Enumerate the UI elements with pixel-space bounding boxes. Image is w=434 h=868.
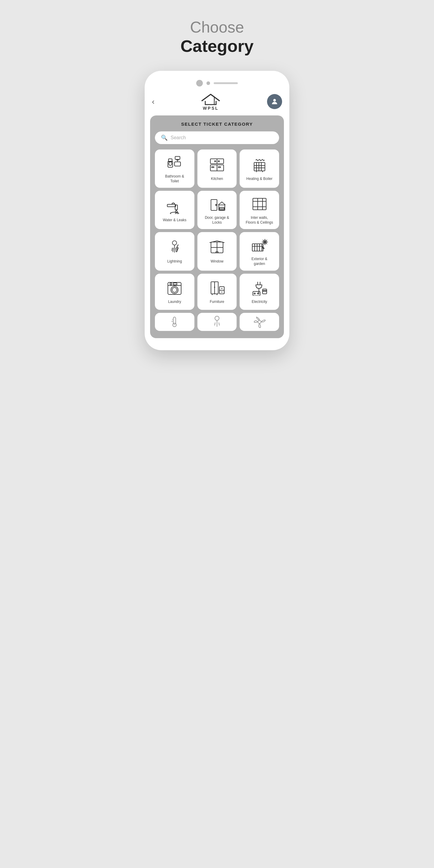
svg-rect-31 <box>211 199 217 210</box>
kitchen-icon <box>207 157 227 174</box>
section-title: SELECT TICKET CATEGORY <box>155 121 279 127</box>
category-kitchen[interactable]: Kitchen <box>197 150 237 188</box>
category-door[interactable]: Door, garage &Locks <box>197 191 237 229</box>
category-walls[interactable]: Inter walls,Floors & Ceilings <box>240 191 279 229</box>
svg-point-91 <box>265 290 266 291</box>
category-bathroom[interactable]: Bathroom &Toilet <box>155 150 194 188</box>
partial-row <box>155 313 279 331</box>
svg-line-43 <box>172 248 173 251</box>
camera-lens <box>196 80 203 87</box>
svg-point-4 <box>169 162 172 165</box>
search-bar[interactable]: 🔍 Search <box>155 131 279 144</box>
svg-rect-36 <box>253 198 266 210</box>
partial-card-2 <box>197 313 237 331</box>
furniture-icon <box>207 280 227 297</box>
category-water[interactable]: Water & Leaks <box>155 191 194 229</box>
water-icon <box>165 198 184 215</box>
svg-line-98 <box>215 322 215 326</box>
category-laundry[interactable]: Laundry <box>155 274 194 310</box>
title-category: Category <box>181 36 254 56</box>
exterior-label: Exterior &garden <box>251 257 267 266</box>
app-body: SELECT TICKET CATEGORY 🔍 Search <box>150 116 284 338</box>
svg-point-96 <box>215 316 219 320</box>
svg-point-87 <box>254 293 255 294</box>
walls-label: Inter walls,Floors & Ceilings <box>246 216 273 225</box>
door-icon <box>207 195 227 213</box>
camera-dot <box>207 82 210 85</box>
svg-point-12 <box>218 161 219 162</box>
exterior-icon <box>250 237 269 254</box>
categories-grid: Bathroom &Toilet <box>155 150 279 310</box>
title-choose: Choose <box>181 18 254 36</box>
svg-point-88 <box>258 293 259 294</box>
svg-point-41 <box>173 241 177 245</box>
svg-point-101 <box>258 320 261 323</box>
category-lightning[interactable]: Lightning <box>155 232 194 270</box>
svg-point-93 <box>173 323 176 327</box>
kitchen-label: Kitchen <box>211 177 223 181</box>
door-label: Door, garage &Locks <box>205 216 229 225</box>
svg-rect-15 <box>212 167 214 167</box>
svg-point-70 <box>170 283 172 285</box>
bathroom-icon <box>165 154 184 171</box>
heating-label: Heating & Boiler <box>246 177 273 181</box>
walls-icon <box>250 195 269 213</box>
logo-text: WPSL <box>203 106 218 111</box>
category-heating[interactable]: Heating & Boiler <box>240 150 279 188</box>
svg-point-11 <box>215 161 216 162</box>
window-label: Window <box>211 259 224 264</box>
laundry-label: Laundry <box>168 300 181 304</box>
svg-point-73 <box>172 287 177 292</box>
app-header: ‹ WPSL <box>145 89 289 116</box>
svg-line-100 <box>219 322 219 326</box>
water-label: Water & Leaks <box>163 218 186 223</box>
svg-point-1 <box>273 99 276 101</box>
svg-rect-26 <box>172 203 175 204</box>
category-exterior[interactable]: Exterior &garden <box>240 232 279 270</box>
svg-line-66 <box>266 240 267 241</box>
svg-line-64 <box>263 240 264 241</box>
partial-card-3 <box>240 313 279 331</box>
furniture-label: Furniture <box>210 300 224 304</box>
back-button[interactable]: ‹ <box>152 97 155 106</box>
electricity-label: Electricity <box>252 300 267 304</box>
svg-line-44 <box>173 248 174 252</box>
window-icon <box>207 239 227 256</box>
page-heading: Choose Category <box>181 18 254 56</box>
phone-camera-row <box>145 80 289 87</box>
electricity-icon <box>250 280 269 297</box>
heating-icon <box>250 157 269 174</box>
category-window[interactable]: Window <box>197 232 237 270</box>
logo-icon <box>198 93 223 106</box>
bathroom-label: Bathroom &Toilet <box>165 174 184 184</box>
user-avatar-button[interactable] <box>267 94 282 109</box>
svg-line-67 <box>263 243 264 244</box>
category-furniture[interactable]: Furniture <box>197 274 237 310</box>
svg-line-46 <box>176 248 176 252</box>
svg-rect-25 <box>167 204 176 207</box>
search-input[interactable]: Search <box>170 135 273 141</box>
svg-line-65 <box>266 243 267 244</box>
category-electricity[interactable]: Electricity <box>240 274 279 310</box>
svg-rect-71 <box>173 283 177 285</box>
svg-rect-8 <box>175 156 180 159</box>
svg-marker-29 <box>175 210 178 212</box>
svg-point-59 <box>264 241 266 243</box>
laundry-icon <box>165 280 184 297</box>
svg-rect-16 <box>218 167 221 167</box>
logo-area: WPSL <box>198 93 223 111</box>
speaker-bar <box>214 82 238 84</box>
svg-point-90 <box>263 290 264 291</box>
phone-mockup: ‹ WPSL SELECT TICKET CATEGORY 🔍 Search <box>145 71 289 350</box>
svg-rect-5 <box>175 162 181 166</box>
svg-point-32 <box>216 204 217 206</box>
partial-card-1 <box>155 313 194 331</box>
lightning-label: Lightning <box>167 259 182 264</box>
svg-rect-17 <box>254 162 265 171</box>
search-icon: 🔍 <box>161 134 167 141</box>
lightning-icon <box>165 239 184 256</box>
